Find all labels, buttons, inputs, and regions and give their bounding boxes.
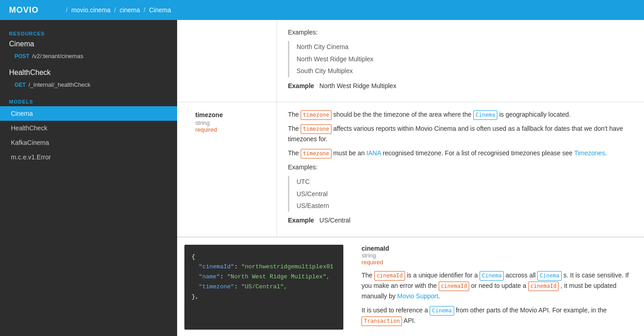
cinemaid-field-required: required [362, 259, 633, 266]
cinemaid-field-name: cinemaId [362, 245, 633, 252]
json-panel: { "cinemaId": "northwestridgemultiplex01… [184, 245, 343, 330]
logo: MOVIO [9, 5, 39, 15]
timezone-code-1: timezone [301, 110, 332, 120]
timezone-code-2: timezone [301, 124, 332, 134]
bottom-section: { "cinemaId": "northwestridgemultiplex01… [177, 237, 644, 336]
cinema-code-4: Cinema [430, 306, 454, 316]
cinemaid-code-3: cinemaId [528, 282, 559, 291]
model-cinema[interactable]: Cinema [0, 106, 177, 121]
tz-example-1: UTC [297, 176, 633, 188]
timezone-property-right: The timezone should be the the timezone … [277, 102, 644, 237]
header: MOVIO / movio.cinema / cinema / Cinema [0, 0, 644, 20]
cinema-code-2: Cinema [480, 271, 504, 281]
timezone-examples-list: UTC US/Central US/Eastern [288, 176, 633, 212]
timezone-field-type: string [195, 119, 268, 126]
movio-support-link[interactable]: Movio Support [397, 292, 438, 300]
previous-property-left [177, 20, 277, 102]
cinemaid-code-1: cinemaId [374, 271, 405, 281]
breadcrumb-item-3[interactable]: Cinema [149, 6, 171, 14]
timezone-examples-heading: Examples: [288, 162, 633, 172]
json-key-timezone: "timezone" [199, 283, 234, 290]
model-error[interactable]: m.c.e.v1.Error [0, 150, 177, 164]
previous-property-right: Examples: North City Cinema North West R… [277, 20, 644, 102]
cinema-code-1: Cinema [473, 110, 497, 120]
json-val-name: "North West Ridge Multiplex", [227, 273, 330, 280]
timezone-desc-1: The timezone should be the the timezone … [288, 109, 633, 120]
main-layout: RESOURCES Cinema POST /v2/:tenant/cinema… [0, 20, 644, 336]
model-healthcheck[interactable]: HealthCheck [0, 121, 177, 135]
cinemaid-desc-2: It is used to reference a Cinema from ot… [362, 305, 633, 326]
cinema-code-3: Cinema [537, 271, 561, 281]
json-val-cinemaId: "northwestridgemultiplex01 [241, 263, 333, 270]
tz-example-2: US/Central [297, 188, 633, 200]
sidebar: RESOURCES Cinema POST /v2/:tenant/cinema… [0, 20, 177, 336]
json-key-name: "name" [199, 273, 220, 280]
iana-link[interactable]: IANA [367, 149, 381, 157]
cinemaid-section: cinemaId string required The cinemaId is… [351, 237, 644, 336]
model-kafkacinema[interactable]: KafkaCinema [0, 135, 177, 150]
json-key-cinemaId: "cinemaId" [199, 263, 234, 270]
timezone-property-row: timezone string required The timezone sh… [177, 102, 644, 237]
cinemaid-field-type: string [362, 252, 633, 259]
cinema-section-title[interactable]: Cinema [0, 38, 177, 51]
example-item-1: North City Cinema [297, 41, 633, 53]
timezones-link[interactable]: Timezones [574, 149, 605, 157]
example-item-3: South City Multiplex [297, 65, 633, 77]
healthcheck-endpoint[interactable]: GET /_internal/_healthCheck [0, 79, 177, 90]
healthcheck-section-title[interactable]: HealthCheck [0, 67, 177, 79]
tz-example-3: US/Eastern [297, 200, 633, 212]
breadcrumb-item-2[interactable]: cinema [119, 6, 140, 14]
timezone-desc-2: The timezone affects various reports wit… [288, 124, 633, 144]
cinemaid-description: The cinemaId is a unique identifier for … [362, 270, 633, 326]
timezone-field-name: timezone [195, 111, 268, 119]
resources-section-title: RESOURCES [0, 27, 177, 38]
timezone-property-left: timezone string required [177, 102, 277, 237]
previous-examples-list: North City Cinema North West Ridge Multi… [288, 41, 633, 77]
transaction-code: Transaction [362, 316, 402, 326]
content-area: Examples: North City Cinema North West R… [177, 20, 644, 336]
cinemaid-desc-1: The cinemaId is a unique identifier for … [362, 270, 633, 301]
previous-examples-heading: Examples: [288, 27, 633, 37]
cinema-endpoint[interactable]: POST /v2/:tenant/cinemas [0, 51, 177, 61]
models-section-title: MODELS [0, 95, 177, 106]
breadcrumb-item-1[interactable]: movio.cinema [71, 6, 110, 14]
timezone-code-3: timezone [301, 149, 332, 158]
breadcrumb: / movio.cinema / cinema / Cinema [66, 6, 171, 14]
timezone-field-required: required [195, 126, 268, 133]
previous-example-line: Example North West Ridge Multiplex [288, 81, 633, 91]
previous-property-row: Examples: North City Cinema North West R… [177, 20, 644, 102]
timezone-desc-3: The timezone must be an IANA recognised … [288, 148, 633, 158]
json-val-timezone: "US/Central", [241, 283, 287, 290]
timezone-example-line: Example US/Central [288, 215, 633, 225]
cinemaid-code-2: cinemaId [439, 282, 470, 291]
example-item-2: North West Ridge Multiplex [297, 53, 633, 65]
